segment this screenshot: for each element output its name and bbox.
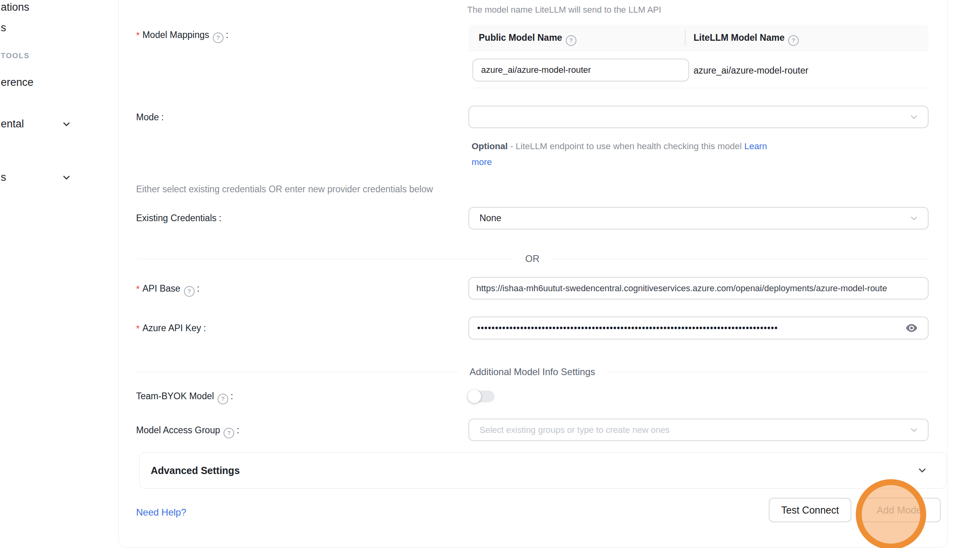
- existing-credentials-select[interactable]: None: [468, 207, 929, 229]
- additional-settings-divider: Additional Model Info Settings: [136, 366, 929, 377]
- team-byok-label: Team-BYOK Model?:: [136, 390, 233, 403]
- help-icon[interactable]: ?: [213, 32, 224, 43]
- or-divider: OR: [136, 253, 929, 264]
- public-model-name-input[interactable]: azure_ai/azure-model-router: [472, 59, 689, 82]
- credentials-hint: Either select existing credentials OR en…: [136, 183, 433, 195]
- azure-api-key-input[interactable]: ••••••••••••••••••••••••••••••••••••••••…: [468, 317, 929, 339]
- model-access-group-select[interactable]: Select existing groups or type to create…: [468, 419, 929, 441]
- test-connect-button[interactable]: Test Connect: [769, 498, 851, 522]
- model-access-group-label: Model Access Group?:: [136, 424, 239, 437]
- column-header-litellm-model-name: LiteLLM Model Name?: [694, 25, 799, 51]
- chevron-down-icon: [917, 465, 928, 476]
- required-asterisk: *: [136, 284, 140, 294]
- chevron-down-icon: [909, 425, 919, 435]
- chevron-down-icon: [909, 213, 919, 224]
- existing-credentials-label: Existing Credentials:: [136, 212, 222, 224]
- column-header-public-model-name: Public Model Name?: [479, 25, 576, 51]
- eye-icon[interactable]: [905, 321, 918, 335]
- learn-more-link[interactable]: more: [472, 157, 492, 167]
- advanced-settings-panel[interactable]: Advanced Settings: [139, 452, 946, 489]
- api-base-input[interactable]: https://ishaa-mh6uutut-swedencentral.cog…: [468, 277, 929, 300]
- sidebar-item-settings[interactable]: s: [1, 171, 6, 184]
- required-asterisk: *: [136, 30, 140, 41]
- model-name-hint: The model name LiteLLM will send to the …: [467, 4, 661, 16]
- chevron-down-icon[interactable]: [61, 119, 72, 129]
- click-highlight-circle: [856, 479, 926, 548]
- required-asterisk: *: [136, 324, 140, 334]
- model-mappings-label: *Model Mappings?:: [136, 29, 228, 42]
- help-icon[interactable]: ?: [218, 394, 228, 404]
- help-icon[interactable]: ?: [788, 35, 799, 46]
- mode-label: Mode:: [136, 111, 164, 123]
- sidebar-item-experimental[interactable]: ental: [1, 118, 24, 130]
- team-byok-toggle[interactable]: [468, 391, 495, 402]
- api-base-label: *API Base?:: [136, 283, 199, 295]
- toggle-knob: [468, 390, 481, 403]
- table-bottom-border: [468, 88, 929, 88]
- help-icon[interactable]: ?: [224, 428, 234, 438]
- need-help-link[interactable]: Need Help?: [136, 507, 186, 518]
- sidebar-item-inference[interactable]: erence: [1, 76, 34, 89]
- mode-select[interactable]: [468, 106, 929, 128]
- sidebar-item-guardrails[interactable]: s: [1, 21, 6, 34]
- help-icon[interactable]: ?: [184, 286, 195, 297]
- chevron-down-icon[interactable]: [61, 173, 72, 183]
- help-icon[interactable]: ?: [566, 35, 576, 46]
- azure-api-key-label: *Azure API Key:: [136, 322, 206, 334]
- column-divider: [685, 30, 686, 46]
- mode-help-text: Optional - LiteLLM endpoint to use when …: [472, 138, 804, 170]
- chevron-down-icon: [909, 112, 919, 122]
- sidebar-section-tools: TOOLS: [1, 51, 30, 60]
- learn-more-link[interactable]: Learn: [744, 141, 767, 151]
- sidebar-item-integrations[interactable]: ations: [1, 1, 29, 13]
- advanced-settings-title: Advanced Settings: [151, 465, 240, 476]
- litellm-model-name-value: azure_ai/azure-model-router: [694, 65, 808, 76]
